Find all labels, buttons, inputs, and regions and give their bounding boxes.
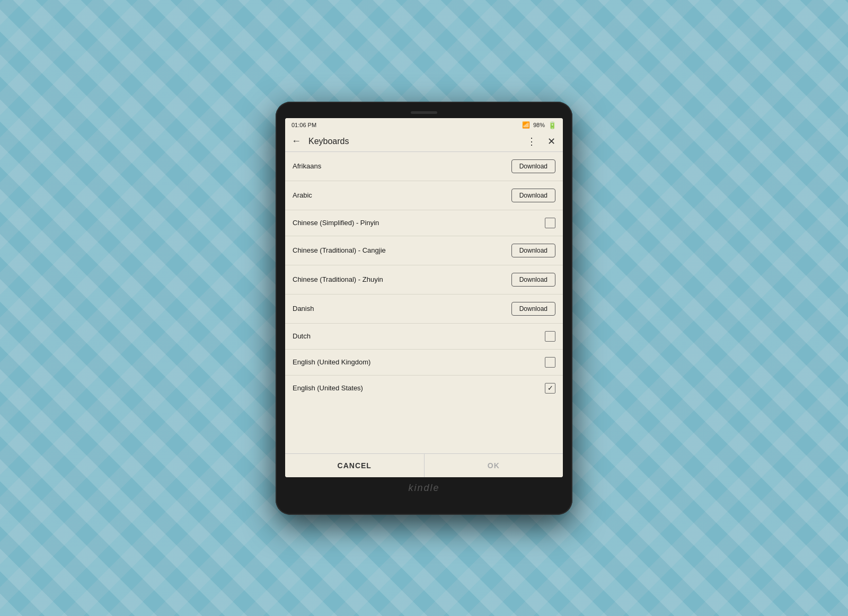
keyboard-name-english-uk: English (United Kingdom) — [293, 358, 545, 366]
keyboard-name-chinese-traditional-cangjie: Chinese (Traditional) - Cangjie — [293, 246, 511, 254]
keyboard-name-chinese-simplified: Chinese (Simplified) - Pinyin — [293, 219, 545, 227]
status-right: 📶 98% 🔋 — [522, 121, 556, 129]
kindle-notch — [411, 111, 437, 114]
keyboard-name-english-us: English (United States) — [293, 384, 545, 392]
action-bar: CANCEL OK — [285, 453, 563, 477]
keyboard-list: AfrikaansDownloadArabicDownloadChinese (… — [285, 152, 563, 453]
keyboard-item-chinese-traditional-zhuyin: Chinese (Traditional) - ZhuyinDownload — [285, 265, 563, 294]
kindle-screen: 01:06 PM 📶 98% 🔋 ← Keyboards ⋮ ✕ Afrikaa… — [285, 118, 563, 477]
keyboard-item-arabic: ArabicDownload — [285, 181, 563, 210]
keyboard-item-english-uk: English (United Kingdom) — [285, 350, 563, 376]
time-display: 01:06 PM — [292, 122, 316, 128]
checkbox-dutch[interactable] — [545, 331, 555, 342]
page-title: Keyboards — [308, 137, 518, 146]
keyboard-item-danish: DanishDownload — [285, 294, 563, 324]
keyboard-name-afrikaans: Afrikaans — [293, 162, 511, 170]
download-button-chinese-traditional-zhuyin[interactable]: Download — [511, 273, 555, 287]
battery-icon: 🔋 — [548, 121, 556, 129]
keyboard-item-dutch: Dutch — [285, 324, 563, 350]
status-bar: 01:06 PM 📶 98% 🔋 — [285, 118, 563, 131]
menu-button[interactable]: ⋮ — [524, 135, 540, 148]
keyboard-item-chinese-simplified: Chinese (Simplified) - Pinyin — [285, 210, 563, 236]
ok-button[interactable]: OK — [424, 454, 563, 477]
kindle-brand: kindle — [408, 483, 439, 494]
keyboard-name-danish: Danish — [293, 305, 511, 313]
keyboard-item-afrikaans: AfrikaansDownload — [285, 152, 563, 181]
download-button-afrikaans[interactable]: Download — [511, 159, 555, 173]
kindle-device: 01:06 PM 📶 98% 🔋 ← Keyboards ⋮ ✕ Afrikaa… — [276, 102, 572, 515]
keyboard-name-arabic: Arabic — [293, 191, 511, 199]
keyboard-item-chinese-traditional-cangjie: Chinese (Traditional) - CangjieDownload — [285, 236, 563, 265]
checkbox-english-uk[interactable] — [545, 357, 555, 368]
keyboard-name-dutch: Dutch — [293, 332, 545, 340]
download-button-chinese-traditional-cangjie[interactable]: Download — [511, 244, 555, 257]
battery-display: 98% — [533, 122, 545, 128]
wifi-icon: 📶 — [522, 121, 530, 129]
download-button-danish[interactable]: Download — [511, 302, 555, 316]
cancel-button[interactable]: CANCEL — [285, 454, 424, 477]
download-button-arabic[interactable]: Download — [511, 189, 555, 202]
back-button[interactable]: ← — [289, 135, 303, 148]
keyboard-item-english-us: English (United States) — [285, 376, 563, 401]
title-bar: ← Keyboards ⋮ ✕ — [285, 131, 563, 152]
checkbox-english-us[interactable] — [545, 383, 555, 394]
close-button[interactable]: ✕ — [545, 135, 558, 148]
checkbox-chinese-simplified[interactable] — [545, 218, 555, 228]
keyboard-name-chinese-traditional-zhuyin: Chinese (Traditional) - Zhuyin — [293, 275, 511, 283]
